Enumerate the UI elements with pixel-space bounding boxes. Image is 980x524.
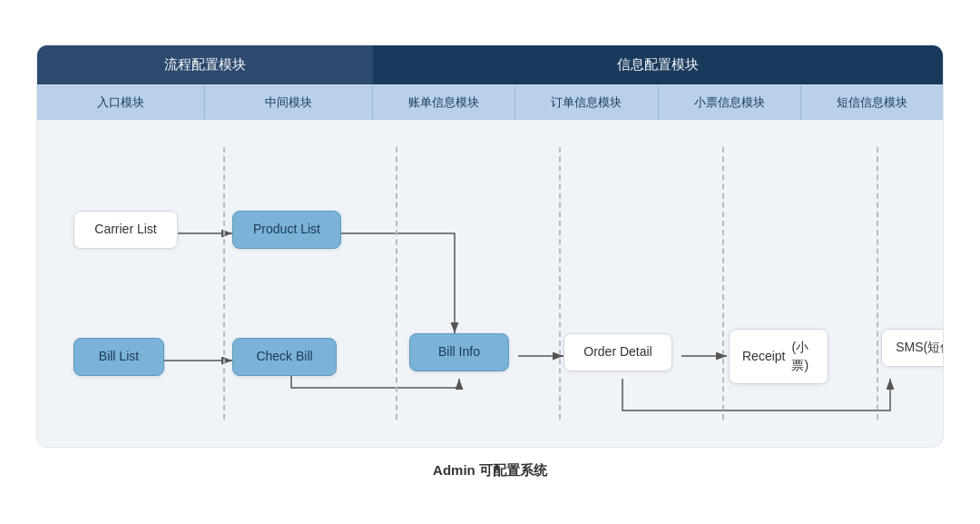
node-receipt: Receipt (小票) [729,329,828,384]
divider-3 [559,147,561,420]
node-bill-list: Bill List [74,338,164,376]
subheader-order: 订单信息模块 [515,85,658,120]
subheader-sms: 短信信息模块 [801,85,943,120]
divider-2 [396,147,397,420]
node-check-bill: Check Bill [232,338,337,376]
node-bill-info: Bill Info [409,333,509,371]
node-product-list: Product List [232,211,341,249]
header-right-label: 信息配置模块 [617,56,699,74]
diagram-wrapper: 流程配置模块 信息配置模块 入口模块 中间模块 账单信息模块 订单信息模块 小票… [36,44,944,448]
subheader-receipt: 小票信息模块 [659,85,801,120]
subheader-entry: 入口模块 [37,85,205,120]
header-left-label: 流程配置模块 [164,56,246,74]
content-area: Carrier List Product List Bill Info Orde… [37,120,943,447]
diagram-canvas: Carrier List Product List Bill Info Orde… [55,147,925,420]
node-order-detail: Order Detail [564,333,672,371]
divider-4 [722,147,724,420]
header-right: 信息配置模块 [373,45,943,84]
divider-1 [223,147,225,420]
header-row: 流程配置模块 信息配置模块 [37,45,943,85]
subheader-bill: 账单信息模块 [373,85,515,120]
subheader-row: 入口模块 中间模块 账单信息模块 订单信息模块 小票信息模块 短信信息模块 [37,85,943,120]
divider-5 [877,147,878,420]
node-sms: SMS (短信) [881,329,944,367]
main-container: 流程配置模块 信息配置模块 入口模块 中间模块 账单信息模块 订单信息模块 小票… [18,26,962,498]
footer-title: Admin 可配置系统 [36,462,944,480]
node-carrier-list: Carrier List [74,211,178,249]
subheader-middle: 中间模块 [205,85,373,120]
header-left: 流程配置模块 [37,45,373,84]
